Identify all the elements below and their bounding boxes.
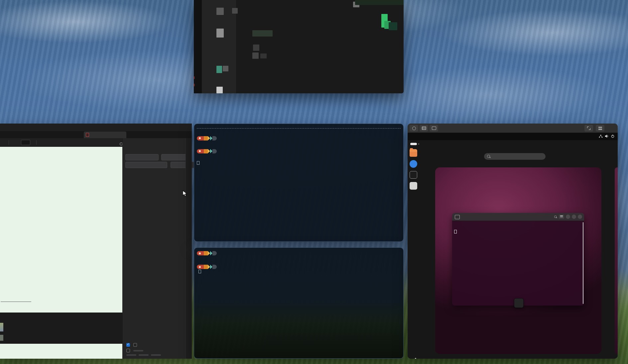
footnote-rule [1, 302, 31, 302]
maximize-button[interactable] [572, 215, 576, 219]
prompt-cwd [204, 265, 208, 269]
prompt-chevron-icon [210, 265, 212, 269]
tab-attriguard[interactable] [84, 132, 126, 138]
usb-redirect-button[interactable] [420, 125, 428, 132]
hamburger-icon [560, 216, 563, 218]
command-line [197, 270, 401, 274]
gnome-dash [410, 143, 420, 193]
volume-icon [605, 135, 609, 138]
copy-source-button[interactable] [126, 354, 136, 356]
clear-button[interactable] [133, 350, 143, 351]
redacted-window[interactable] [194, 0, 404, 93]
command-line [197, 154, 401, 158]
prompt-cwd [204, 149, 208, 153]
redacted-block [232, 8, 238, 14]
shell-prompt [197, 148, 401, 154]
network-icon [599, 135, 603, 138]
new-tab-icon[interactable] [455, 215, 460, 219]
gnome-top-bar[interactable] [408, 133, 618, 140]
gnome-system-icons[interactable] [599, 135, 614, 138]
host-terminal-2[interactable] [194, 247, 404, 359]
shell-prompt [197, 264, 401, 270]
pdf-toolbar [0, 138, 122, 147]
vm-display[interactable] [408, 133, 618, 359]
workspace-preview[interactable] [435, 167, 601, 354]
scrollbar[interactable] [583, 222, 584, 304]
page2-left-text [1, 344, 61, 359]
redacted-block [260, 53, 267, 58]
power-icon [611, 135, 614, 138]
vm-titlebar[interactable] [408, 124, 618, 133]
toolbar-divider [9, 140, 9, 145]
prompt-badge-icon [199, 150, 201, 152]
search-icon [487, 155, 490, 158]
prompt-chevron-icon [208, 251, 210, 255]
help-app-icon[interactable] [410, 160, 417, 168]
command-line [197, 141, 401, 145]
prompt-time [212, 265, 217, 269]
next-workspace-sliver[interactable] [615, 167, 618, 354]
redacted-block [223, 66, 228, 71]
prompt-chevron-icon [208, 149, 210, 153]
host-terminal-1[interactable] [194, 124, 404, 242]
guest-terminal-window[interactable] [452, 213, 584, 306]
page2-figure-fragment [0, 323, 3, 331]
console-window-badge-icon[interactable] [514, 298, 524, 308]
prompt-time [212, 136, 217, 140]
prompt-chevron-icon [210, 149, 212, 153]
display-button[interactable] [430, 125, 438, 132]
guest-terminal-titlebar[interactable] [452, 213, 584, 221]
search-input[interactable] [484, 153, 546, 160]
prompt-badge-icon [199, 252, 201, 254]
guest-terminal-body[interactable] [452, 221, 584, 306]
translation-panel [122, 138, 186, 359]
redacted-block [253, 45, 259, 51]
page2-right-text [63, 344, 122, 359]
pdf-page-2[interactable] [0, 344, 122, 359]
terminal-cursor [197, 161, 199, 165]
trash-app-icon[interactable] [410, 182, 417, 190]
send-key-button[interactable] [410, 125, 418, 132]
prompt-badge-icon [199, 137, 201, 139]
pdf-doc-icon [86, 133, 89, 137]
command-line [197, 256, 401, 260]
page-number-input[interactable] [21, 140, 30, 145]
menu-button[interactable] [596, 125, 604, 132]
fullscreen-icon [587, 127, 590, 130]
copy-both-button[interactable] [151, 354, 161, 356]
minimize-button[interactable] [566, 215, 570, 219]
hamburger-icon [598, 127, 602, 130]
prompt-chevron-icon [208, 136, 210, 140]
checkbox-selection-content[interactable] [126, 343, 130, 347]
page2-figure-fragment [0, 335, 3, 341]
pdf-menubar [0, 124, 192, 132]
introduction-text [1, 268, 61, 301]
copy-result-button[interactable] [139, 354, 149, 356]
mouse-cursor [183, 190, 188, 197]
terminal-menu-button[interactable] [559, 215, 564, 219]
prompt-time [212, 251, 217, 255]
console-app-icon[interactable] [410, 171, 417, 179]
close-button[interactable] [578, 215, 582, 219]
workspace-pill[interactable] [410, 143, 417, 145]
terminal-cursor [198, 270, 201, 273]
fullscreen-button[interactable] [584, 125, 593, 132]
redacted-window-edge [194, 0, 202, 93]
files-app-icon[interactable] [410, 149, 417, 157]
pdf-page-1[interactable] [0, 147, 122, 313]
engine-select[interactable] [125, 154, 159, 160]
terminal-search-icon[interactable] [554, 216, 557, 218]
prompt-chevron-icon [210, 251, 212, 255]
prompt-chevron-icon [208, 265, 210, 269]
page-gap [0, 313, 122, 344]
divider-dashes [197, 128, 401, 132]
source-language-select[interactable] [125, 162, 167, 168]
desktop [0, 0, 628, 364]
translation-options [123, 342, 186, 357]
checkbox-splice-mode[interactable] [126, 349, 130, 352]
checkbox-annotations[interactable] [133, 343, 137, 347]
toolbar-divider [36, 140, 37, 145]
redacted-block [194, 84, 195, 86]
target-language-select[interactable] [171, 162, 196, 168]
prompt-cwd [204, 251, 208, 255]
